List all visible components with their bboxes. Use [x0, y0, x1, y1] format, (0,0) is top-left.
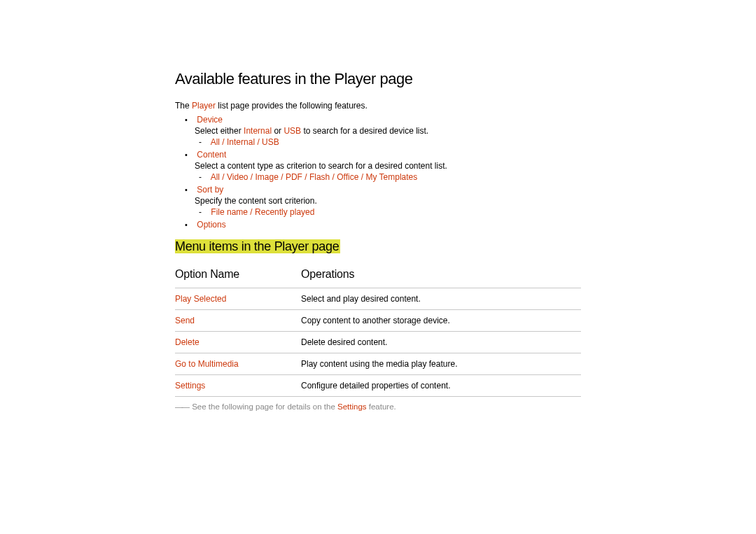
feature-desc: Select a content type as criterion to se… [195, 161, 581, 171]
intro-before: The [175, 101, 192, 111]
section-subheading: Menu items in the Player page [175, 239, 340, 253]
option-name: Play Selected [175, 294, 226, 304]
table-row: Go to Multimedia Play content using the … [175, 353, 581, 375]
intro-text: The Player list page provides the follow… [175, 101, 581, 111]
option-name: Send [175, 316, 195, 325]
table-row: Delete Delete desired content. [175, 332, 581, 353]
feature-options: All / Video / Image / PDF / Flash / Offi… [195, 172, 581, 182]
feature-label: Content [197, 150, 226, 160]
option-line: All / Internal / USB [209, 137, 581, 147]
intro-after: list page provides the following feature… [216, 101, 368, 111]
subheading-wrap: Menu items in the Player page [175, 239, 581, 254]
feature-label: Sort by [197, 185, 223, 195]
table-row: Play Selected Select and play desired co… [175, 288, 581, 310]
option-line: All / Video / Image / PDF / Flash / Offi… [209, 172, 581, 182]
page-title: Available features in the Player page [175, 70, 581, 88]
feature-list: Device Select either Internal or USB to … [175, 115, 581, 230]
option-line: File name / Recently played [209, 207, 581, 217]
option-operation: Copy content to another storage device. [301, 310, 581, 332]
option-name: Settings [175, 381, 205, 391]
footnote: ―― See the following page for details on… [175, 402, 581, 411]
option-operation: Configure detailed properties of content… [301, 375, 581, 397]
feature-desc: Select either Internal or USB to search … [195, 126, 581, 136]
option-operation: Delete desired content. [301, 332, 581, 353]
option-operation: Select and play desired content. [301, 288, 581, 310]
options-table: Option Name Operations Play Selected Sel… [175, 265, 581, 397]
option-operation: Play content using the media play featur… [301, 353, 581, 375]
intro-player-term: Player [192, 101, 216, 111]
option-name: Delete [175, 337, 200, 347]
feature-options: File name / Recently played [195, 207, 581, 217]
footnote-text-before: See the following page for details on th… [192, 402, 337, 411]
feature-desc: Specify the content sort criterion. [195, 196, 581, 206]
footnote-dash-icon: ―― [175, 402, 188, 411]
table-header-option: Option Name [175, 265, 301, 288]
feature-content: Content Select a content type as criteri… [195, 150, 581, 182]
footnote-settings-term: Settings [337, 402, 367, 411]
option-name: Go to Multimedia [175, 359, 239, 369]
feature-sortby: Sort by Specify the content sort criteri… [195, 185, 581, 217]
footnote-text-after: feature. [367, 402, 396, 411]
table-header-operations: Operations [301, 265, 581, 288]
feature-label: Options [197, 220, 225, 230]
table-row: Settings Configure detailed properties o… [175, 375, 581, 397]
feature-device: Device Select either Internal or USB to … [195, 115, 581, 147]
feature-label: Device [197, 115, 223, 125]
table-row: Send Copy content to another storage dev… [175, 310, 581, 332]
document-page: Available features in the Player page Th… [0, 0, 756, 411]
feature-options-item: Options [195, 220, 581, 230]
feature-options: All / Internal / USB [195, 137, 581, 147]
